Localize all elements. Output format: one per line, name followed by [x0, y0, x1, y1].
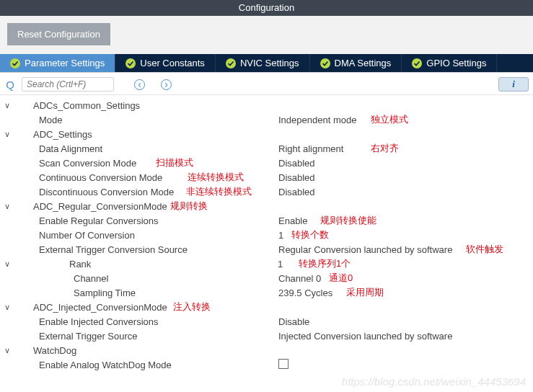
annotation: 规则转换使能: [320, 214, 376, 227]
annotation: 连续转换模式: [188, 171, 244, 184]
tab-dma-settings[interactable]: DMA Settings: [310, 54, 402, 72]
section-header: ADC_Injected_ConversionMode: [17, 302, 291, 313]
section-header: ADCs_Common_Settings: [17, 100, 291, 111]
annotation: 规则转换: [170, 200, 208, 213]
svg-point-2: [226, 58, 236, 68]
section-header: ADC_Regular_ConversionMode: [17, 201, 291, 212]
param-label: External Trigger Conversion Source: [4, 244, 278, 255]
annotation: 转换个数: [291, 228, 329, 241]
param-label: Data Alignment: [4, 143, 278, 154]
expand-icon[interactable]: ∨: [4, 303, 17, 312]
param-value[interactable]: Disable: [278, 316, 466, 327]
param-value[interactable]: Channel 0: [278, 273, 466, 284]
param-label: Channel: [4, 273, 278, 284]
check-icon: [226, 58, 236, 68]
annotation: 右对齐: [371, 142, 399, 155]
param-label: External Trigger Source: [4, 331, 278, 342]
param-label: Enable Regular Conversions: [4, 215, 278, 226]
param-value[interactable]: Injected Conversion launched by software: [278, 331, 466, 342]
reset-configuration-button[interactable]: Reset Configuration: [7, 23, 110, 45]
expand-icon[interactable]: ∨: [4, 101, 17, 110]
section-header: WatchDog: [17, 345, 291, 356]
svg-point-1: [125, 58, 136, 68]
tab-label: Parameter Settings: [25, 58, 105, 68]
watermark: https://blog.csdn.net/weixin_44453694: [342, 375, 526, 388]
param-label: Mode: [4, 115, 278, 125]
param-label: Enable Analog WatchDog Mode: [4, 360, 278, 370]
check-icon: [320, 58, 330, 68]
tab-bar: Parameter Settings User Constants NVIC S…: [0, 54, 533, 73]
tab-label: DMA Settings: [335, 58, 392, 68]
expand-icon[interactable]: ∨: [4, 202, 17, 211]
tab-parameter-settings[interactable]: Parameter Settings: [0, 54, 115, 72]
settings-tree: ∨ADCs_Common_Settings ModeIndependent mo…: [0, 95, 533, 372]
window-title: Configuration: [0, 0, 533, 16]
annotation: 通道0: [329, 272, 353, 285]
search-prev-icon[interactable]: ‹: [134, 79, 145, 90]
tab-label: User Constants: [140, 58, 205, 68]
param-label: Sampling Time: [4, 288, 278, 298]
check-icon: [10, 58, 20, 68]
search-next-icon[interactable]: ›: [161, 79, 172, 90]
param-value[interactable]: Disabled: [278, 187, 466, 197]
search-row: Q ‹ › i: [0, 73, 533, 95]
svg-point-3: [320, 58, 330, 68]
param-value[interactable]: Regular Conversion launched by software: [278, 244, 466, 255]
tab-label: NVIC Settings: [240, 58, 299, 68]
search-input[interactable]: [22, 77, 114, 92]
info-button[interactable]: i: [498, 77, 529, 92]
tab-user-constants[interactable]: User Constants: [115, 54, 216, 72]
param-value[interactable]: Disabled: [278, 172, 466, 183]
tab-nvic-settings[interactable]: NVIC Settings: [216, 54, 310, 72]
expand-icon[interactable]: ∨: [4, 346, 17, 355]
expand-icon[interactable]: ∨: [4, 130, 17, 139]
section-header: ADC_Settings: [17, 129, 291, 140]
svg-point-4: [412, 58, 422, 68]
info-icon: i: [512, 79, 515, 90]
param-label: Rank: [17, 259, 278, 270]
expand-icon[interactable]: ∨: [4, 259, 17, 269]
annotation: 扫描模式: [156, 156, 193, 169]
param-value[interactable]: Disabled: [278, 158, 466, 169]
check-icon: [412, 58, 422, 68]
annotation: 独立模式: [371, 113, 408, 126]
annotation: 注入转换: [173, 300, 211, 313]
toolbar: Reset Configuration: [0, 16, 533, 54]
check-icon: [125, 58, 136, 68]
param-label: Enable Injected Conversions: [4, 316, 278, 327]
tab-label: GPIO Settings: [426, 58, 486, 68]
svg-point-0: [10, 58, 20, 68]
watchdog-checkbox[interactable]: [278, 359, 288, 369]
param-label: Number Of Conversion: [4, 230, 278, 241]
annotation: 采用周期: [346, 286, 384, 299]
param-label: Scan Conversion Mode: [4, 158, 278, 169]
tab-gpio-settings[interactable]: GPIO Settings: [402, 54, 497, 72]
search-icon: Q: [4, 79, 16, 91]
annotation: 非连续转换模式: [186, 185, 252, 198]
annotation: 转换序列1个: [299, 257, 351, 270]
annotation: 软件触发: [466, 243, 503, 256]
